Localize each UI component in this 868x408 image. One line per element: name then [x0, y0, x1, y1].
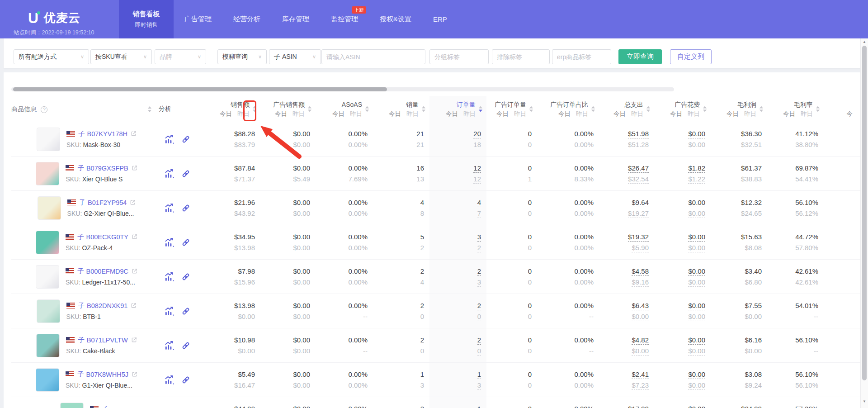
yesterday-value[interactable]: $0.00: [632, 313, 649, 321]
today-value[interactable]: 2: [477, 267, 481, 276]
sort-today[interactable]: 今日: [726, 110, 739, 117]
chart-analysis-icon[interactable]: [164, 375, 175, 385]
vertical-scrollbar-thumb[interactable]: [862, 46, 867, 380]
sort-yesterday[interactable]: 昨日: [801, 110, 813, 117]
horizontal-scrollbar-thumb[interactable]: [13, 87, 387, 91]
yesterday-value[interactable]: 12: [473, 175, 481, 184]
yesterday-value[interactable]: 0: [477, 347, 481, 356]
today-value[interactable]: $4.58: [632, 267, 649, 276]
sort-asc-icon[interactable]: [529, 106, 533, 109]
sort-desc-icon[interactable]: [816, 110, 820, 112]
sort-asc-icon[interactable]: [308, 106, 311, 109]
scrollbar-up-arrow-icon[interactable]: ▲: [861, 40, 868, 44]
today-value[interactable]: $6.43: [632, 302, 649, 310]
sort-yesterday[interactable]: 昨日: [463, 110, 476, 117]
today-value[interactable]: $0.00: [688, 130, 705, 138]
sort-asc-icon[interactable]: [422, 106, 425, 109]
sort-desc-icon[interactable]: [646, 110, 650, 112]
link-analysis-icon[interactable]: [181, 204, 190, 213]
column-header-asoas[interactable]: ASoAS今日昨日: [316, 96, 373, 122]
sort-carets-ad_order_pct[interactable]: [591, 106, 595, 112]
sort-today[interactable]: 今日: [558, 110, 571, 117]
chart-analysis-icon[interactable]: [164, 272, 175, 282]
asin-link[interactable]: B07KYV178H: [87, 130, 127, 138]
yesterday-value[interactable]: $0.00: [688, 313, 705, 321]
today-value[interactable]: $51.98: [628, 130, 649, 138]
today-value[interactable]: $19.32: [628, 233, 649, 242]
chart-analysis-icon[interactable]: [164, 134, 175, 144]
sort-carets-ad_sales[interactable]: [308, 106, 311, 112]
column-header-qty[interactable]: 销量今日昨日: [373, 96, 429, 122]
yesterday-value[interactable]: $0.00: [632, 347, 649, 356]
sort-desc-icon[interactable]: [479, 110, 482, 112]
sort-today[interactable]: 今日: [275, 110, 287, 117]
yesterday-value[interactable]: $9.16: [632, 278, 649, 287]
sort-yesterday[interactable]: 昨日: [406, 110, 419, 117]
yesterday-value[interactable]: 7: [477, 209, 481, 218]
link-analysis-icon[interactable]: [181, 272, 190, 281]
today-value[interactable]: $0.00: [688, 336, 705, 345]
sort-carets-ad_cost[interactable]: [703, 106, 707, 112]
sort-carets-gross_margin[interactable]: [816, 106, 820, 112]
scrollbar-down-arrow-icon[interactable]: ▼: [861, 399, 868, 403]
custom-columns-button[interactable]: 自定义列: [670, 49, 712, 64]
asin-link[interactable]: B079GXSFPB: [86, 165, 128, 172]
sort-asc-icon[interactable]: [816, 106, 820, 109]
sort-today[interactable]: 今日: [389, 110, 401, 117]
sort-today[interactable]: 今日: [446, 110, 458, 117]
nav-item-监控管理[interactable]: 监控管理: [320, 0, 369, 38]
sort-yesterday[interactable]: 昨日: [350, 110, 362, 117]
sort-asc-icon[interactable]: [479, 106, 482, 109]
asin-link[interactable]: B07K8WHH5J: [86, 371, 128, 378]
sort-yesterday[interactable]: 昨日: [688, 110, 700, 117]
yesterday-value[interactable]: $1.22: [688, 175, 705, 184]
column-header-orders[interactable]: 订单量今日昨日: [429, 96, 486, 122]
asin-link[interactable]: B071LPVLTW: [87, 337, 128, 344]
search-now-button[interactable]: 立即查询: [618, 49, 662, 64]
sort-carets-product[interactable]: [148, 106, 151, 112]
sort-desc-icon[interactable]: [529, 110, 533, 112]
filter-dropdown-4[interactable]: 模糊查询∨: [217, 49, 267, 64]
asin-link[interactable]: B01F2YP954: [88, 199, 127, 206]
sort-asc-icon[interactable]: [703, 106, 707, 109]
today-value[interactable]: $0.00: [688, 370, 705, 379]
filter-input-4[interactable]: [552, 49, 611, 64]
column-header-total_spend[interactable]: 总支出今日昨日: [599, 96, 654, 122]
sort-carets-asoas[interactable]: [365, 106, 369, 112]
link-analysis-icon[interactable]: [181, 238, 190, 247]
nav-item-销售看板[interactable]: 销售看板即时销售: [119, 0, 174, 38]
link-analysis-icon[interactable]: [181, 341, 190, 350]
today-value[interactable]: $0.00: [688, 199, 705, 207]
sort-asc-icon[interactable]: [646, 106, 650, 109]
sort-desc-icon[interactable]: [760, 110, 763, 112]
filter-input-2[interactable]: [429, 49, 489, 64]
external-link-icon[interactable]: [131, 337, 137, 343]
yesterday-value[interactable]: $0.00: [688, 347, 705, 356]
sort-carets-ad_orders[interactable]: [529, 106, 533, 112]
sort-desc-icon[interactable]: [422, 110, 425, 112]
external-link-icon[interactable]: [130, 302, 137, 309]
sort-today[interactable]: 今日: [332, 110, 344, 117]
brand-logo[interactable]: U 优麦云: [28, 10, 80, 26]
filter-input-1[interactable]: [321, 49, 425, 64]
link-analysis-icon[interactable]: [181, 169, 190, 178]
nav-item-广告管理[interactable]: 广告管理: [174, 0, 222, 38]
today-value[interactable]: 3: [477, 233, 481, 242]
sort-today[interactable]: 今日: [670, 110, 682, 117]
nav-item-经营分析[interactable]: 经营分析: [222, 0, 271, 38]
external-link-icon[interactable]: [131, 371, 138, 378]
yesterday-value[interactable]: $51.28: [628, 141, 649, 149]
yesterday-value[interactable]: 0: [477, 313, 481, 321]
link-analysis-icon[interactable]: [181, 307, 190, 316]
sort-carets-gross_profit[interactable]: [760, 106, 763, 112]
column-header-ad_sales[interactable]: 广告销售额今日昨日: [260, 96, 316, 122]
yesterday-value[interactable]: 2: [477, 244, 481, 252]
yesterday-value[interactable]: $0.00: [688, 381, 705, 390]
sort-today[interactable]: 今日: [783, 110, 795, 117]
today-value[interactable]: 12: [473, 164, 481, 173]
yesterday-value[interactable]: $0.00: [688, 278, 705, 287]
yesterday-value[interactable]: 3: [477, 278, 481, 287]
link-analysis-icon[interactable]: [181, 135, 190, 144]
today-value[interactable]: $26.47: [628, 164, 649, 173]
asin-link[interactable]: B000EFMD9C: [86, 268, 128, 275]
